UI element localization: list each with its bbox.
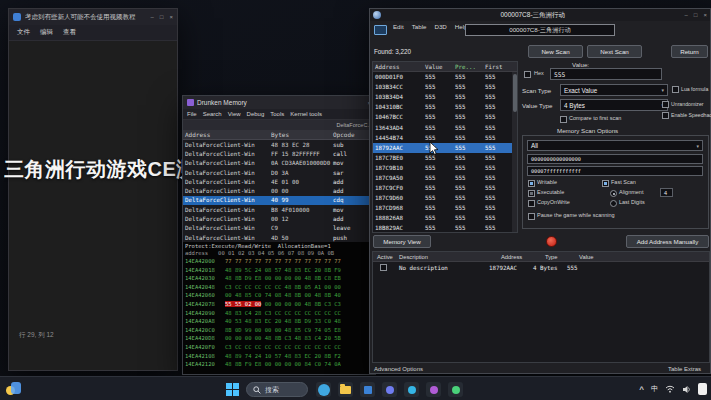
column-active[interactable]: Active bbox=[373, 254, 399, 260]
scrollbar[interactable] bbox=[512, 72, 517, 232]
tab-deltaforce[interactable]: DeltaForceC... bbox=[337, 122, 372, 128]
scan-result-row[interactable]: 104310BC 555 555 555 bbox=[373, 102, 517, 112]
cheat-engine-menu-item[interactable]: Edit bbox=[393, 23, 404, 30]
pause-game-checkbox[interactable] bbox=[528, 213, 535, 220]
scan-result-list[interactable]: Address Value Pre... First 000D01F0 555 … bbox=[372, 61, 518, 233]
hex-row[interactable]: 14EA4207855 55 02 00 00 00 00 00 48 8B C… bbox=[185, 300, 373, 309]
memory-viewer-menu-item[interactable]: File bbox=[187, 111, 197, 117]
hex-row[interactable]: 14EA4206000 48 85 C0 74 08 48 8B 00 48 8… bbox=[185, 291, 373, 300]
notepad-menu-item[interactable]: 编辑 bbox=[40, 28, 53, 37]
new-scan-button[interactable]: New Scan bbox=[528, 45, 583, 58]
disassembler-row[interactable]: DeltaForceClient-Win 4D 50 push bbox=[183, 233, 375, 242]
memory-viewer-menu-item[interactable]: Tools bbox=[270, 111, 284, 117]
disassembler-row[interactable]: DeltaForceClient-Win C9 leave bbox=[183, 224, 375, 233]
minimize-button[interactable]: – bbox=[685, 12, 688, 18]
notification-badge[interactable] bbox=[698, 383, 707, 395]
hex-row[interactable]: 14EA420F0C3 CC CC CC CC CC CC CC CC CC C… bbox=[185, 343, 373, 352]
scan-result-row[interactable]: 187C9B10 555 555 555 bbox=[373, 163, 517, 173]
folder-icon[interactable] bbox=[338, 382, 353, 397]
scan-type-dropdown[interactable]: Exact Value bbox=[560, 84, 668, 96]
scan-result-row[interactable]: 18792AAC 555 555 555 bbox=[373, 143, 517, 153]
hex-row[interactable]: 14EA420D800 00 00 00 48 8B C3 48 83 C4 2… bbox=[185, 334, 373, 343]
next-scan-button[interactable]: Next Scan bbox=[587, 45, 642, 58]
writable-checkbox[interactable] bbox=[528, 180, 535, 187]
copyonwrite-checkbox[interactable] bbox=[528, 200, 535, 207]
scan-result-row[interactable]: 18B829AC 555 555 555 bbox=[373, 223, 517, 233]
hex-checkbox[interactable] bbox=[524, 71, 531, 78]
notepad-menu-item[interactable]: 查看 bbox=[63, 28, 76, 37]
scrollbar-thumb[interactable] bbox=[513, 74, 517, 112]
alignment-radio[interactable] bbox=[610, 190, 617, 197]
return-button[interactable]: Return bbox=[671, 45, 708, 58]
scan-result-row[interactable]: 103B34CC 555 555 555 bbox=[373, 82, 517, 92]
hex-row[interactable]: 14EA4210848 89 74 24 10 57 48 83 EC 20 8… bbox=[185, 352, 373, 361]
scan-result-row[interactable]: 188826A8 555 555 555 bbox=[373, 213, 517, 223]
disassembler-row[interactable]: DeltaForceClient-Win FF 15 82FFFFFF call bbox=[183, 149, 375, 158]
ime-indicator[interactable]: 中 bbox=[651, 384, 658, 394]
column-first[interactable]: First bbox=[485, 64, 517, 70]
start-button[interactable] bbox=[226, 383, 239, 396]
column-address[interactable]: Address bbox=[183, 131, 271, 138]
unrandomizer-checkbox[interactable] bbox=[662, 101, 669, 108]
stop-address-input[interactable]: 00007fffffffffff bbox=[527, 166, 703, 176]
volume-icon[interactable] bbox=[682, 385, 691, 394]
column-bytes[interactable]: Bytes bbox=[271, 131, 333, 138]
column-value[interactable]: Value bbox=[425, 64, 455, 70]
hex-row[interactable]: 14EA4203048 8B D9 E8 00 00 00 00 48 8B C… bbox=[185, 274, 373, 283]
add-address-manually-button[interactable]: Add Address Manually bbox=[626, 235, 709, 248]
disassembler-row[interactable]: DeltaForceClient-Win D0 3A sar bbox=[183, 168, 375, 177]
column-address[interactable]: Address bbox=[501, 254, 545, 260]
scan-region-dropdown[interactable]: All bbox=[527, 140, 703, 151]
select-process-icon[interactable] bbox=[374, 25, 387, 35]
disassembler-row[interactable]: DeltaForceClient-Win 00 00 add bbox=[183, 186, 375, 195]
advanced-options-button[interactable]: Advanced Options bbox=[374, 366, 423, 372]
scan-result-row[interactable]: 187CD968 555 555 555 bbox=[373, 203, 517, 213]
scan-result-row[interactable]: 103B34D4 555 555 555 bbox=[373, 92, 517, 102]
scan-result-row[interactable]: 10467BCC 555 555 555 bbox=[373, 112, 517, 122]
widgets-icon[interactable] bbox=[6, 382, 21, 396]
hex-row[interactable]: 14EA4209048 83 C4 28 C3 CC CC CC CC CC C… bbox=[185, 309, 373, 318]
address-table[interactable]: Active Description Address Type Value No… bbox=[372, 251, 710, 363]
discord-icon[interactable] bbox=[382, 382, 397, 397]
disassembler-row[interactable]: DeltaForceClient-Win 00 12 add bbox=[183, 214, 375, 223]
minimize-button[interactable]: – bbox=[151, 14, 154, 20]
speedhack-checkbox[interactable] bbox=[662, 112, 669, 119]
hex-row[interactable]: 14EA4200077 77 77 77 77 77 77 77 77 77 7… bbox=[185, 257, 373, 266]
cheat-engine-menu-item[interactable]: Table bbox=[412, 23, 427, 30]
active-checkbox[interactable] bbox=[380, 264, 387, 271]
maximize-button[interactable]: □ bbox=[160, 14, 164, 20]
fast-scan-checkbox[interactable] bbox=[602, 180, 609, 187]
memory-viewer-menu-item[interactable]: View bbox=[228, 111, 241, 117]
column-description[interactable]: Description bbox=[399, 254, 501, 260]
disassembler-row[interactable]: DeltaForceClient-Win 4E 01 00 add bbox=[183, 177, 375, 186]
cheat-engine-icon[interactable] bbox=[426, 382, 441, 397]
disassembler-row[interactable]: DeltaForceClient-Win B8 4F010000 mov bbox=[183, 205, 375, 214]
hex-view[interactable]: Protect:Execute/Read/Write AllocationBas… bbox=[183, 242, 375, 374]
alignment-value-input[interactable]: 4 bbox=[660, 188, 673, 197]
column-previous[interactable]: Pre... bbox=[455, 64, 485, 70]
notepad-menu-item[interactable]: 文件 bbox=[17, 28, 30, 37]
game-icon[interactable] bbox=[448, 382, 463, 397]
start-address-input[interactable]: 0000000000000000 bbox=[527, 154, 703, 164]
memory-view-button[interactable]: Memory View bbox=[373, 235, 431, 248]
stop-icon[interactable] bbox=[546, 236, 557, 247]
memory-viewer-menu-item[interactable]: Debug bbox=[247, 111, 265, 117]
executable-checkbox[interactable] bbox=[528, 190, 535, 197]
scan-result-row[interactable]: 13643AD4 555 555 555 bbox=[373, 122, 517, 132]
taskbar-search[interactable]: 搜索 bbox=[246, 382, 308, 397]
edge-icon[interactable] bbox=[316, 382, 331, 397]
scan-result-row[interactable]: 187C9A50 555 555 555 bbox=[373, 173, 517, 183]
column-address[interactable]: Address bbox=[373, 64, 425, 70]
close-button[interactable]: × bbox=[169, 14, 173, 20]
scan-result-row[interactable]: 187C9CF0 555 555 555 bbox=[373, 183, 517, 193]
attached-process-box[interactable]: 000007C8-三角洲行动 bbox=[465, 24, 615, 36]
disassembler-row[interactable]: DeltaForceClient-Win 0A CD3AAE010000D0 m… bbox=[183, 159, 375, 168]
lua-formula-checkbox[interactable] bbox=[672, 86, 679, 93]
value-type-dropdown[interactable]: 4 Bytes bbox=[560, 99, 668, 111]
wifi-icon[interactable] bbox=[665, 385, 675, 393]
value-input[interactable]: 555 bbox=[550, 68, 662, 80]
table-extras-button[interactable]: Table Extras bbox=[668, 366, 701, 372]
memory-viewer-menu-item[interactable]: Search bbox=[203, 111, 222, 117]
column-type[interactable]: Type bbox=[545, 254, 579, 260]
memory-viewer-window[interactable]: Drunken Memory × FileSearchViewDebugTool… bbox=[182, 95, 376, 375]
